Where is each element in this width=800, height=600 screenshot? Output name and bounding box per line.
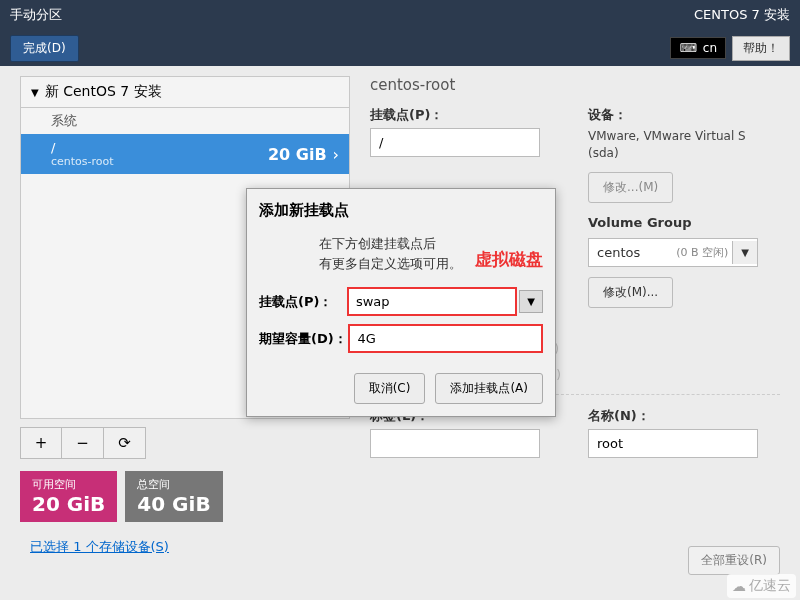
volume-group-label: Volume Group — [588, 215, 780, 230]
remove-partition-button[interactable]: − — [62, 427, 104, 459]
partition-detail-title: centos-root — [370, 76, 780, 94]
installer-title: CENTOS 7 安装 — [694, 6, 790, 24]
add-partition-button[interactable]: + — [20, 427, 62, 459]
volume-group-select[interactable]: centos (0 B 空闲) ▼ — [588, 238, 758, 267]
keyboard-layout-indicator[interactable]: ⌨ cn — [670, 37, 726, 59]
add-mount-point-dialog: 添加新挂载点 在下方创建挂载点后 有更多自定义选项可用。 挂载点(P)： ▼ 期… — [246, 188, 556, 417]
available-space-box: 可用空间 20 GiB — [20, 471, 117, 522]
mount-point-label: 挂载点(P)： — [370, 106, 562, 124]
chevron-down-icon[interactable]: ▼ — [519, 290, 543, 313]
install-group-header[interactable]: ▼ 新 CentOS 7 安装 — [20, 76, 350, 108]
format-suffix: (O) — [540, 368, 780, 382]
mount-point-input[interactable] — [370, 128, 540, 157]
modify-device-button[interactable]: 修改...(M) — [588, 172, 673, 203]
name-field-label: 名称(N)： — [588, 407, 780, 425]
chevron-down-icon: ▼ — [732, 241, 757, 264]
system-group-label: 系统 — [21, 108, 349, 134]
dialog-capacity-label: 期望容量(D)： — [259, 330, 348, 348]
label-input[interactable] — [370, 429, 540, 458]
encrypt-suffix: (E) — [540, 342, 780, 356]
storage-devices-link[interactable]: 已选择 1 个存储设备(S) — [30, 538, 350, 556]
chevron-down-icon: ▼ — [31, 87, 39, 98]
keyboard-icon: ⌨ — [679, 41, 696, 55]
dialog-title: 添加新挂载点 — [259, 201, 543, 220]
modify-vg-button[interactable]: 修改(M)... — [588, 277, 673, 308]
chevron-right-icon: › — [333, 145, 339, 164]
reset-all-button[interactable]: 全部重设(R) — [688, 546, 780, 575]
help-button[interactable]: 帮助！ — [732, 36, 790, 61]
annotation-text: 虚拟磁盘 — [475, 248, 543, 271]
dialog-capacity-input[interactable] — [350, 326, 541, 351]
dialog-mount-point-input[interactable] — [349, 289, 515, 314]
done-button[interactable]: 完成(D) — [10, 35, 79, 62]
cloud-icon: ☁ — [732, 578, 746, 594]
reload-button[interactable]: ⟳ — [104, 427, 146, 459]
device-description: VMware, VMware Virtual S (sda) — [588, 128, 780, 162]
total-space-box: 总空间 40 GiB — [125, 471, 222, 522]
partition-item-root[interactable]: / centos-root 20 GiB › — [21, 134, 349, 174]
device-label: 设备： — [588, 106, 780, 124]
cancel-button[interactable]: 取消(C) — [354, 373, 426, 404]
add-mount-point-button[interactable]: 添加挂载点(A) — [435, 373, 543, 404]
name-input[interactable] — [588, 429, 758, 458]
page-title: 手动分区 — [10, 6, 62, 24]
watermark: ☁ 亿速云 — [727, 574, 796, 598]
dialog-mount-point-label: 挂载点(P)： — [259, 293, 347, 311]
